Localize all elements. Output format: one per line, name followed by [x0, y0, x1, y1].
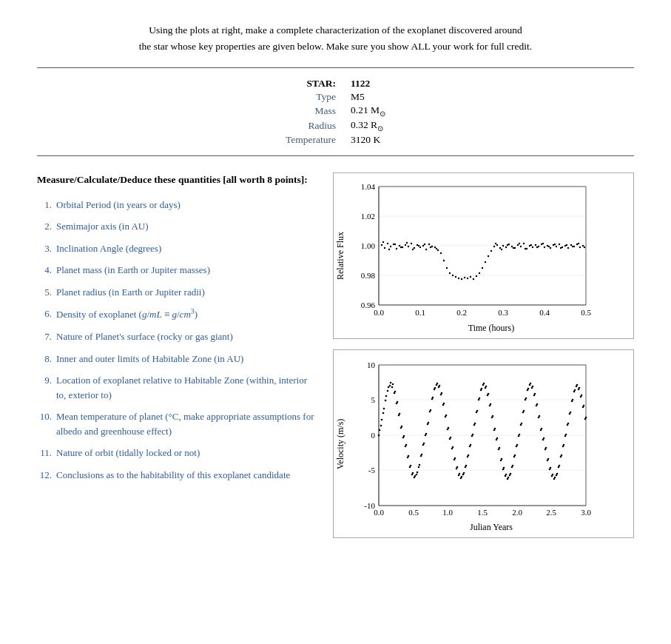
svg-point-258 — [441, 392, 443, 394]
svg-point-250 — [423, 442, 425, 444]
radius-value: 0.32 R⊙ — [345, 118, 391, 133]
svg-point-53 — [479, 272, 480, 273]
svg-point-289 — [510, 472, 512, 474]
svg-point-77 — [550, 246, 551, 248]
svg-point-297 — [527, 387, 530, 389]
svg-point-92 — [400, 246, 402, 247]
svg-point-42 — [446, 266, 448, 268]
svg-point-277 — [483, 382, 485, 384]
svg-point-248 — [419, 463, 421, 466]
svg-point-234 — [388, 386, 390, 388]
svg-text:2.0: 2.0 — [512, 508, 522, 517]
svg-point-257 — [439, 384, 441, 386]
svg-point-36 — [428, 243, 430, 244]
star-id: 1122 — [345, 77, 391, 90]
svg-point-30 — [411, 242, 412, 244]
list-item: Conclusions as to the habitability of th… — [37, 468, 318, 483]
svg-text:3.0: 3.0 — [581, 508, 591, 517]
list-item: Planet radius (in Earth or Jupiter radii… — [37, 285, 318, 300]
svg-point-230 — [379, 429, 381, 431]
svg-point-25 — [396, 247, 397, 249]
svg-point-40 — [440, 252, 442, 253]
svg-point-293 — [519, 433, 521, 435]
svg-point-114 — [584, 246, 585, 247]
svg-point-79 — [556, 245, 557, 246]
svg-text:1.5: 1.5 — [477, 508, 488, 517]
svg-text:0.98: 0.98 — [361, 271, 376, 280]
svg-point-100 — [501, 248, 502, 249]
svg-point-97 — [430, 246, 431, 247]
svg-point-305 — [545, 446, 547, 449]
svg-point-267 — [461, 475, 463, 477]
svg-point-251 — [425, 432, 428, 435]
svg-point-323 — [585, 416, 587, 418]
svg-point-266 — [459, 472, 461, 474]
svg-point-283 — [496, 437, 499, 439]
radial-velocity-chart: Velocity (m/s) — [333, 349, 634, 538]
svg-point-142 — [391, 386, 394, 388]
svg-text:1.0: 1.0 — [442, 508, 453, 517]
svg-point-80 — [559, 243, 560, 244]
svg-point-112 — [572, 245, 573, 246]
svg-point-34 — [422, 244, 424, 246]
list-item: Inner and outer limits of Habitable Zone… — [37, 352, 318, 366]
svg-point-301 — [536, 403, 539, 405]
svg-point-310 — [556, 472, 559, 474]
star-table: STAR: 1122 Type M5 Mass 0.21 M⊙ Radius 0… — [280, 77, 391, 146]
svg-point-259 — [443, 402, 445, 404]
right-column: Relative Flux — [333, 172, 634, 538]
svg-point-322 — [583, 404, 585, 406]
svg-point-96 — [424, 243, 425, 244]
svg-point-290 — [512, 464, 514, 466]
star-table-wrapper: STAR: 1122 Type M5 Mass 0.21 M⊙ Radius 0… — [37, 67, 634, 155]
svg-point-236 — [392, 383, 394, 385]
svg-point-254 — [432, 396, 434, 398]
svg-point-98 — [436, 247, 437, 249]
svg-point-243 — [408, 455, 410, 457]
svg-point-28 — [405, 244, 406, 245]
svg-point-318 — [574, 389, 576, 391]
list-item: Orbital Period (in years or days) — [37, 198, 318, 212]
svg-point-304 — [543, 437, 545, 439]
svg-text:0.0: 0.0 — [374, 308, 384, 317]
svg-point-238 — [397, 400, 399, 403]
svg-point-41 — [443, 259, 445, 261]
svg-point-232 — [383, 407, 385, 409]
svg-point-291 — [514, 454, 516, 456]
svg-point-67 — [520, 245, 522, 246]
light-curve-svg: 1.04 1.02 1.00 0.98 0.96 0.0 0.1 0.2 0.3… — [349, 173, 601, 321]
list-item: Mean temperature of planet (°C, make app… — [37, 409, 318, 438]
list-item: Location of exoplanet relative to Habita… — [37, 373, 318, 402]
svg-point-59 — [496, 244, 498, 245]
svg-point-99 — [495, 242, 496, 244]
y-axis-label-velocity: Velocity (m/s) — [334, 350, 349, 537]
svg-point-246 — [414, 474, 417, 477]
svg-point-273 — [474, 422, 476, 424]
svg-text:1.00: 1.00 — [361, 241, 376, 250]
svg-point-72 — [535, 244, 536, 245]
radial-velocity-svg: 10 5 0 -5 -10 0.0 0.5 1.0 1.5 2.0 2.5 3.… — [349, 350, 601, 520]
svg-point-137 — [380, 424, 382, 426]
svg-point-52 — [476, 275, 477, 276]
svg-text:0.5: 0.5 — [408, 508, 419, 517]
svg-point-54 — [482, 266, 483, 268]
svg-text:5: 5 — [371, 395, 376, 404]
svg-point-269 — [465, 464, 468, 466]
svg-point-255 — [434, 386, 436, 389]
svg-point-60 — [499, 246, 501, 248]
svg-point-241 — [403, 435, 405, 437]
svg-point-231 — [381, 418, 383, 420]
svg-point-233 — [385, 395, 388, 397]
svg-point-264 — [454, 457, 456, 459]
svg-point-278 — [485, 385, 488, 387]
svg-point-275 — [479, 397, 481, 399]
svg-point-280 — [490, 403, 492, 405]
svg-point-33 — [419, 246, 421, 247]
svg-text:0.1: 0.1 — [415, 308, 425, 317]
svg-point-105 — [530, 244, 532, 245]
svg-text:0.2: 0.2 — [456, 308, 467, 317]
svg-point-319 — [576, 383, 579, 386]
svg-point-271 — [470, 443, 472, 446]
svg-point-306 — [547, 457, 550, 460]
y-axis-label-flux: Relative Flux — [334, 173, 349, 338]
